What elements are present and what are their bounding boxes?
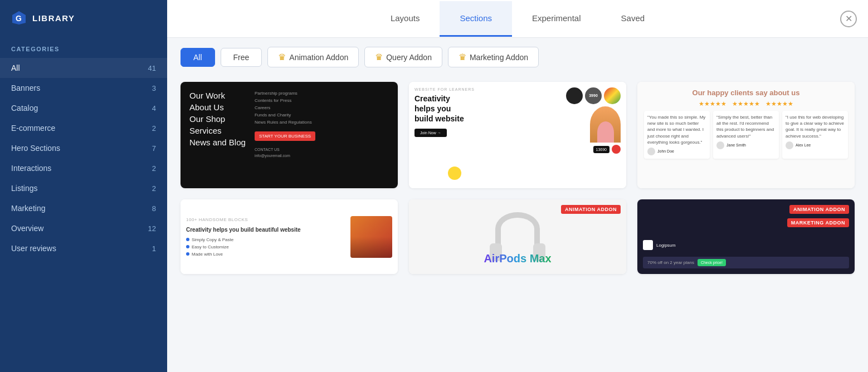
sidebar-item-interactions[interactable]: Interactions 2 xyxy=(0,158,167,178)
menu-right-link-5: News Rules and Regulations xyxy=(255,120,315,125)
elastic-marketing-badge: MARKETING ADDON xyxy=(787,218,849,227)
feature-1: Simply Copy & Paste xyxy=(186,237,345,242)
bauhaus-woman-photo xyxy=(590,106,621,143)
stars-row: ★★★★★ ★★★★★ ★★★★★ xyxy=(644,100,848,107)
review-text-3: "I use this for web developing to give a… xyxy=(786,114,845,139)
tab-sections[interactable]: Sections xyxy=(440,1,512,37)
yellow-circle-shape xyxy=(448,167,461,180)
info-left: 100+ HANDSOME BLOCKS Creativity helps yo… xyxy=(186,217,345,257)
card-user-reviews[interactable]: Our happy clients say about us ★★★★★ ★★★… xyxy=(637,82,855,188)
main-content: Layouts Sections Experimental Saved ✕ Al… xyxy=(167,0,868,372)
elastic-promo-bar: 70% off on 2 year plans Check price! xyxy=(643,257,849,268)
tab-experimental[interactable]: Experimental xyxy=(512,1,601,37)
menu-right-link-1: Partnership programs xyxy=(255,91,315,96)
airpods-visual: AirPods Max xyxy=(409,199,626,274)
filter-all[interactable]: All xyxy=(181,48,215,67)
card-preview-bauhaus: WEBSITE FOR LEARNERS Creativity helps yo… xyxy=(409,82,626,188)
stars-mid: ★★★★★ xyxy=(732,100,760,107)
elastic-cta-button: Check price! xyxy=(698,259,726,266)
shape-black-circle xyxy=(566,87,583,104)
menu-list: Our Work About Us Our Shop Services News… xyxy=(189,91,246,179)
review-card-1: "You made this so simple. My new site is… xyxy=(644,111,710,159)
menu-item-3: Our Shop xyxy=(189,114,246,124)
info-img-overlay xyxy=(350,237,392,258)
sidebar-item-marketing[interactable]: Marketing 8 xyxy=(0,198,167,218)
top-nav: Layouts Sections Experimental Saved ✕ xyxy=(167,0,868,38)
card-elastic-scroll[interactable]: ANIMATION ADDON MARKETING ADDON Logipsum… xyxy=(637,199,855,274)
card-sliding-menu[interactable]: Our Work About Us Our Shop Services News… xyxy=(181,82,398,188)
info-image-area xyxy=(350,216,392,258)
review-title: Our happy clients say about us xyxy=(644,89,848,97)
menu-item-4: Services xyxy=(189,126,246,135)
info-heading: Creativity helps you build beautiful web… xyxy=(186,226,345,234)
nav-tabs: Layouts Sections Experimental Saved xyxy=(178,1,857,37)
filter-animation-addon[interactable]: ♛ Animation Addon xyxy=(267,47,359,67)
members-number: 3990 xyxy=(589,94,598,98)
avatar-2 xyxy=(716,141,724,149)
tab-saved[interactable]: Saved xyxy=(601,1,665,37)
filter-bar: All Free ♛ Animation Addon ♛ Query Addon… xyxy=(167,38,868,76)
red-dot-shape xyxy=(612,145,621,154)
shape-row-2: 13690 xyxy=(593,145,621,154)
stars-left: ★★★★★ xyxy=(699,100,726,107)
reviewer-name-2: Jane Smith xyxy=(726,143,746,147)
card-preview-info: 100+ HANDSOME BLOCKS Creativity helps yo… xyxy=(181,199,398,274)
menu-right-link-4: Funds and Charity xyxy=(255,112,315,118)
review-cards: "You made this so simple. My new site is… xyxy=(644,111,848,159)
card-airpods[interactable]: ANIMATION ADDON AirPods Max AirPods Para… xyxy=(409,199,626,274)
contact-email: info@youremail.com xyxy=(255,154,315,158)
avatar-1 xyxy=(647,148,655,155)
website-for-label: WEBSITE FOR LEARNERS xyxy=(415,87,475,91)
cards-grid: Our Work About Us Our Shop Services News… xyxy=(181,82,855,274)
menu-item-2: About Us xyxy=(189,102,246,112)
crown-icon-query: ♛ xyxy=(375,52,383,62)
sidebar-item-all[interactable]: All 41 xyxy=(0,58,167,78)
svg-text:G: G xyxy=(16,14,22,23)
card-hero-bauhaus[interactable]: WEBSITE FOR LEARNERS Creativity helps yo… xyxy=(409,82,626,188)
review-text-2: "Simply the best, better than all the re… xyxy=(716,114,776,139)
sidebar-item-overview[interactable]: Overview 12 xyxy=(0,218,167,238)
bauhaus-heading: Creativity helps you build website xyxy=(415,94,470,124)
members-badge-2: 13690 xyxy=(593,146,609,153)
bauhaus-website-label: WEBSITE FOR LEARNERS Creativity helps yo… xyxy=(415,87,475,137)
start-business-btn: START YOUR BUSINESS xyxy=(255,131,315,141)
card-info-block[interactable]: 100+ HANDSOME BLOCKS Creativity helps yo… xyxy=(181,199,398,274)
elastic-logo-icon xyxy=(643,240,653,250)
filter-query-addon[interactable]: ♛ Query Addon xyxy=(364,47,442,67)
feature-3: Made with Love xyxy=(186,252,345,257)
stars-right: ★★★★★ xyxy=(765,100,793,107)
review-card-2: "Simply the best, better than all the re… xyxy=(713,111,779,159)
content-grid-area: Our Work About Us Our Shop Services News… xyxy=(167,76,868,372)
sidebar-item-ecommerce[interactable]: E-commerce 2 xyxy=(0,118,167,138)
card-preview-airpods: ANIMATION ADDON AirPods Max xyxy=(409,199,626,274)
card-preview-reviews: Our happy clients say about us ★★★★★ ★★★… xyxy=(637,82,855,188)
filter-marketing-addon[interactable]: ♛ Marketing Addon xyxy=(448,47,539,67)
menu-right-link-2: Contents for Press xyxy=(255,98,315,103)
sidebar-item-listings[interactable]: Listings 2 xyxy=(0,178,167,198)
woman-head-shape xyxy=(597,121,614,143)
categories-label: CATEGORIES xyxy=(0,36,167,58)
reviewer-3: Alex Lee xyxy=(786,141,845,149)
sidebar-item-hero-sections[interactable]: Hero Sections 7 xyxy=(0,138,167,158)
review-text-1: "You made this so simple. My new site is… xyxy=(647,114,706,145)
airpods-text: AirPods Max xyxy=(484,252,551,265)
join-now-btn: Join Now → xyxy=(415,129,447,137)
sidebar-title: LIBRARY xyxy=(32,13,75,23)
feature-dot-2 xyxy=(186,245,189,248)
crown-icon-marketing: ♛ xyxy=(459,52,466,62)
sidebar-item-user-reviews[interactable]: User reviews 1 xyxy=(0,238,167,258)
sidebar-item-banners[interactable]: Banners 3 xyxy=(0,78,167,98)
sidebar-item-catalog[interactable]: Catalog 4 xyxy=(0,98,167,118)
elastic-bottom-content: Logipsum 70% off on 2 year plans Check p… xyxy=(643,240,849,268)
feature-dot-1 xyxy=(186,238,189,241)
shape-members-badge: 3990 xyxy=(585,87,602,104)
crown-icon-animation: ♛ xyxy=(278,52,286,62)
tab-layouts[interactable]: Layouts xyxy=(370,1,440,37)
sidebar: G LIBRARY CATEGORIES All 41 Banners 3 Ca… xyxy=(0,0,167,372)
info-features-list: Simply Copy & Paste Easy to Customize Ma… xyxy=(186,237,345,257)
elastic-animation-badge: ANIMATION ADDON xyxy=(789,205,849,214)
avatar-3 xyxy=(786,141,793,149)
close-button[interactable]: ✕ xyxy=(840,11,857,27)
review-card-3: "I use this for web developing to give a… xyxy=(782,111,848,159)
filter-free[interactable]: Free xyxy=(221,48,262,67)
